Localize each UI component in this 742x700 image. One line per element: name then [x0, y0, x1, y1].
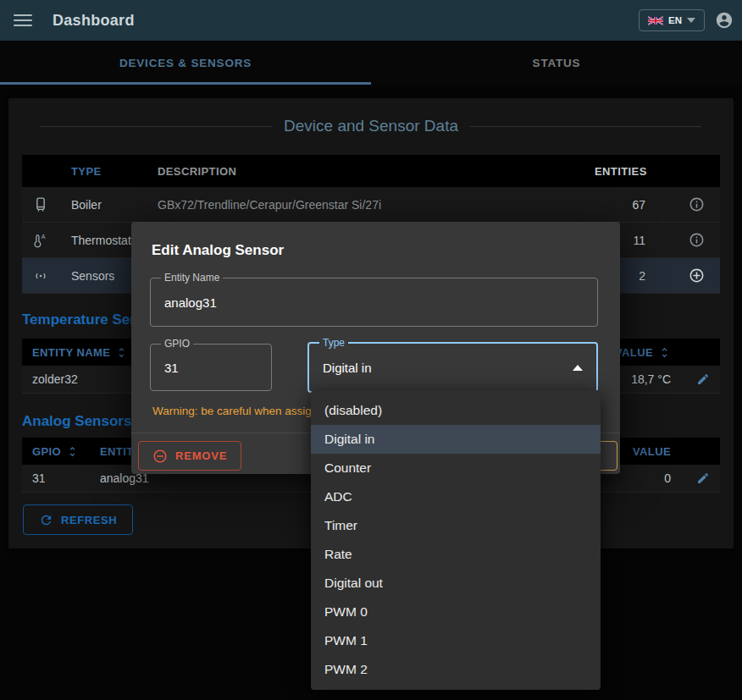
type-value: Digital in: [323, 361, 372, 375]
type-dropdown-menu: (disabled) Digital in Counter ADC Timer …: [311, 390, 601, 690]
sort-icon[interactable]: [115, 346, 128, 359]
add-circle-icon[interactable]: [689, 267, 705, 284]
uk-flag-icon: [648, 16, 663, 25]
menu-icon[interactable]: [14, 11, 32, 30]
info-icon[interactable]: [689, 232, 705, 248]
type-select[interactable]: Type Digital in: [307, 342, 598, 393]
dialog-title: Edit Analog Sensor: [131, 222, 620, 259]
remove-circle-icon: [152, 449, 168, 464]
col-entities: ENTITIES: [595, 165, 645, 178]
table-row-boiler[interactable]: Boiler GBx72/Trendline/Cerapur/Greenstar…: [22, 187, 720, 223]
sensors-icon: [32, 267, 49, 284]
tab-status[interactable]: STATUS: [371, 41, 742, 85]
option-timer[interactable]: Timer: [311, 511, 601, 540]
option-digital-out[interactable]: Digital out: [311, 569, 601, 598]
option-adc[interactable]: ADC: [311, 482, 601, 511]
option-digital-in[interactable]: Digital in: [311, 425, 601, 454]
entity-name-label: Entity Name: [161, 272, 223, 284]
option-pwm-0[interactable]: PWM 0: [311, 598, 601, 626]
gpio-field[interactable]: GPIO 31: [150, 344, 272, 391]
option-pwm-1[interactable]: PWM 1: [311, 626, 601, 655]
device-description: GBx72/Trendline/Cerapur/Greenstar Si/27i: [158, 198, 595, 212]
remove-button[interactable]: REMOVE: [138, 441, 241, 471]
col-type: TYPE: [71, 165, 158, 178]
page-title: Dashboard: [53, 12, 135, 30]
option-rate[interactable]: Rate: [311, 540, 601, 569]
col-entity-name[interactable]: ENTITY NAME: [32, 346, 110, 359]
info-icon[interactable]: [689, 196, 705, 212]
entity-name-value: analog31: [164, 295, 217, 310]
type-label: Type: [319, 337, 348, 349]
gpio-value: 31: [164, 361, 179, 375]
chevron-up-icon: [573, 365, 583, 371]
refresh-label: REFRESH: [61, 514, 117, 526]
refresh-icon: [39, 513, 53, 527]
edit-icon[interactable]: [696, 372, 710, 386]
sort-icon[interactable]: [658, 346, 671, 359]
sensor-gpio: 31: [32, 471, 100, 485]
option-pwm-2[interactable]: PWM 2: [311, 655, 601, 684]
option-counter[interactable]: Counter: [311, 454, 601, 482]
col-value[interactable]: VALUE: [615, 346, 653, 359]
top-app-bar: Dashboard EN: [0, 0, 742, 41]
section-title: Device and Sensor Data: [8, 117, 734, 135]
thermostat-icon: A: [32, 232, 49, 249]
device-type: Boiler: [71, 198, 158, 212]
language-label: EN: [668, 15, 682, 25]
devices-table-header: TYPE DESCRIPTION ENTITIES: [22, 155, 720, 187]
col-description: DESCRIPTION: [158, 165, 595, 178]
active-tab-indicator: [0, 82, 371, 85]
remove-label: REMOVE: [175, 449, 227, 462]
sort-icon[interactable]: [66, 445, 79, 458]
col-gpio[interactable]: GPIO: [32, 445, 61, 458]
chevron-down-icon: [687, 18, 695, 23]
option-disabled[interactable]: (disabled): [311, 396, 601, 425]
entity-name-field[interactable]: Entity Name analog31: [150, 278, 598, 327]
svg-text:A: A: [42, 233, 46, 240]
tab-bar: DEVICES & SENSORS STATUS: [0, 41, 742, 85]
language-selector[interactable]: EN: [639, 9, 705, 31]
tab-devices-sensors[interactable]: DEVICES & SENSORS: [0, 41, 371, 85]
analog-sensors-heading: Analog Sensors: [22, 413, 131, 430]
section-title-text: Device and Sensor Data: [272, 117, 470, 135]
refresh-button[interactable]: REFRESH: [23, 504, 133, 535]
account-avatar[interactable]: [715, 11, 734, 30]
device-entities-count: 67: [595, 198, 645, 212]
boiler-icon: [32, 196, 49, 213]
gpio-label: GPIO: [161, 338, 193, 350]
edit-icon[interactable]: [696, 471, 710, 485]
